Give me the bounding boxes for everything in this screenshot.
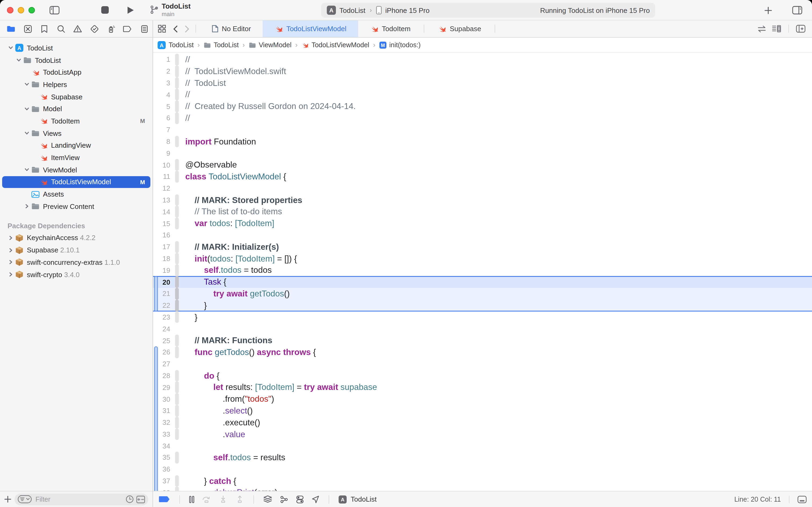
sidebar-item-preview-content[interactable]: Preview Content — [0, 200, 153, 212]
breakpoint-navigator-icon[interactable] — [120, 22, 135, 36]
chevron-down-icon[interactable] — [24, 167, 30, 172]
bookmark-navigator-icon[interactable] — [37, 22, 52, 36]
package-item-swift-crypto[interactable]: swift-crypto 3.4.0 — [0, 268, 153, 280]
line-number[interactable]: 11 — [153, 173, 171, 181]
breakpoints-toggle-icon[interactable] — [159, 496, 170, 503]
code-line-23[interactable]: 23 } — [153, 311, 812, 323]
code-line-20[interactable]: 20 Task { — [153, 276, 812, 288]
code-line-2[interactable]: 2// TodoListViewModel.swift — [153, 65, 812, 77]
package-item-keychainaccess[interactable]: KeychainAccess 4.2.2 — [0, 232, 153, 244]
source-editor[interactable]: 1//2// TodoListViewModel.swift3// TodoLi… — [153, 53, 812, 491]
minimize-window-button[interactable] — [18, 7, 24, 13]
line-number[interactable]: 19 — [153, 266, 171, 274]
memory-graph-icon[interactable] — [280, 495, 288, 504]
breadcrumb-item[interactable]: TodoList — [204, 41, 239, 49]
scheme-selector[interactable]: A TodoList › iPhone 15 Pro Running TodoL… — [321, 3, 655, 18]
sidebar-item-views[interactable]: Views — [0, 127, 153, 139]
code-line-27[interactable]: 27 — [153, 358, 812, 370]
code-line-1[interactable]: 1// — [153, 54, 812, 65]
code-line-14[interactable]: 14 // The list of to-do items — [153, 206, 812, 218]
line-number[interactable]: 15 — [153, 219, 171, 227]
sidebar-item-model[interactable]: Model — [0, 103, 153, 115]
simulate-location-icon[interactable] — [311, 495, 320, 504]
tab-supabase[interactable]: Supabase — [426, 20, 493, 37]
code-line-29[interactable]: 29 let results: [TodoItem] = try await s… — [153, 382, 812, 393]
code-line-38[interactable]: 38 debugPrint(error) — [153, 487, 812, 491]
filter-scope-icon[interactable] — [136, 496, 145, 503]
project-navigator-icon[interactable] — [3, 22, 19, 36]
code-line-5[interactable]: 5// Created by Russell Gordon on 2024-04… — [153, 101, 812, 112]
line-number[interactable]: 6 — [153, 114, 171, 122]
code-line-17[interactable]: 17 // MARK: Initializer(s) — [153, 241, 812, 253]
code-line-33[interactable]: 33 .value — [153, 428, 812, 440]
breadcrumb-item[interactable]: ATodoList — [157, 41, 193, 49]
line-number[interactable]: 10 — [153, 161, 171, 169]
sidebar-item-helpers[interactable]: Helpers — [0, 78, 153, 91]
package-item-supabase[interactable]: Supabase 2.10.1 — [0, 244, 153, 256]
filter-options-icon[interactable] — [18, 495, 32, 503]
code-line-3[interactable]: 3// TodoList — [153, 77, 812, 89]
code-line-9[interactable]: 9 — [153, 148, 812, 159]
recent-files-clock-icon[interactable] — [126, 495, 134, 503]
sidebar-item-viewmodel[interactable]: ViewModel — [0, 164, 153, 176]
debug-navigator-icon[interactable] — [103, 22, 119, 36]
sidebar-item-todolistapp[interactable]: TodoListApp — [0, 66, 153, 78]
sidebar-item-todoitem[interactable]: TodoItemM — [0, 115, 153, 127]
tab-todolistviewmodel[interactable]: TodoListViewModel — [263, 20, 358, 37]
chevron-right-icon[interactable] — [8, 260, 13, 265]
code-line-16[interactable]: 16 — [153, 229, 812, 241]
related-items-icon[interactable] — [155, 22, 168, 36]
find-navigator-icon[interactable] — [53, 22, 69, 36]
code-line-22[interactable]: 22 } — [153, 299, 812, 311]
add-editor-icon[interactable] — [796, 25, 806, 33]
sidebar-item-todolistviewmodel[interactable]: TodoListViewModelM — [0, 176, 153, 188]
tab-todoitem[interactable]: TodoItem — [358, 20, 422, 37]
chevron-right-icon[interactable] — [8, 247, 13, 253]
line-number[interactable]: 13 — [153, 196, 171, 204]
line-number[interactable]: 18 — [153, 255, 171, 263]
code-line-32[interactable]: 32 .execute() — [153, 416, 812, 428]
breadcrumb-item[interactable]: ViewModel — [249, 41, 292, 49]
code-line-34[interactable]: 34 — [153, 440, 812, 452]
sidebar-item-todolist[interactable]: TodoList — [0, 54, 153, 66]
chevron-down-icon[interactable] — [24, 130, 30, 136]
breadcrumb-item[interactable]: TodoListViewModel — [301, 41, 369, 49]
code-line-30[interactable]: 30 .from("todos") — [153, 393, 812, 405]
code-line-11[interactable]: 11class TodoListViewModel { — [153, 171, 812, 183]
chevron-right-icon[interactable] — [8, 235, 13, 241]
code-line-21[interactable]: 21 try await getTodos() — [153, 288, 812, 300]
line-number[interactable]: 16 — [153, 231, 171, 239]
package-item-swift-concurrency-extras[interactable]: swift-concurrency-extras 1.1.0 — [0, 256, 153, 268]
toggle-inspector-icon[interactable] — [790, 3, 805, 17]
chevron-right-icon[interactable] — [8, 272, 13, 277]
environment-overrides-icon[interactable] — [296, 495, 304, 504]
line-number[interactable]: 14 — [153, 208, 171, 216]
code-line-15[interactable]: 15 var todos: [TodoItem] — [153, 218, 812, 229]
code-line-28[interactable]: 28 do { — [153, 370, 812, 382]
swap-editor-icon[interactable] — [757, 25, 766, 33]
add-button[interactable] — [760, 3, 775, 17]
code-line-31[interactable]: 31 .select() — [153, 405, 812, 417]
line-number[interactable]: 17 — [153, 243, 171, 251]
line-number[interactable]: 23 — [153, 313, 171, 321]
pause-icon[interactable] — [189, 496, 194, 503]
test-navigator-icon[interactable] — [86, 22, 102, 36]
code-line-18[interactable]: 18 init(todos: [TodoItem] = []) { — [153, 253, 812, 265]
chevron-down-icon[interactable] — [24, 82, 30, 87]
code-line-4[interactable]: 4// — [153, 89, 812, 101]
run-button[interactable] — [123, 3, 138, 17]
code-line-35[interactable]: 35 self.todos = results — [153, 452, 812, 463]
chevron-down-icon[interactable] — [16, 57, 21, 63]
code-line-24[interactable]: 24 — [153, 323, 812, 335]
breadcrumb-item[interactable]: Minit(todos:) — [379, 41, 421, 49]
hide-debug-area-icon[interactable] — [798, 496, 807, 503]
code-line-36[interactable]: 36 — [153, 463, 812, 475]
close-window-button[interactable] — [7, 7, 13, 13]
code-line-25[interactable]: 25 // MARK: Functions — [153, 335, 812, 346]
sidebar-item-todolist[interactable]: ATodoList — [0, 42, 153, 54]
chevron-down-icon[interactable] — [8, 45, 13, 51]
code-line-37[interactable]: 37 } catch { — [153, 475, 812, 487]
line-number[interactable]: 3 — [153, 79, 171, 87]
minimap-icon[interactable] — [772, 25, 781, 33]
line-number[interactable]: 8 — [153, 137, 171, 146]
